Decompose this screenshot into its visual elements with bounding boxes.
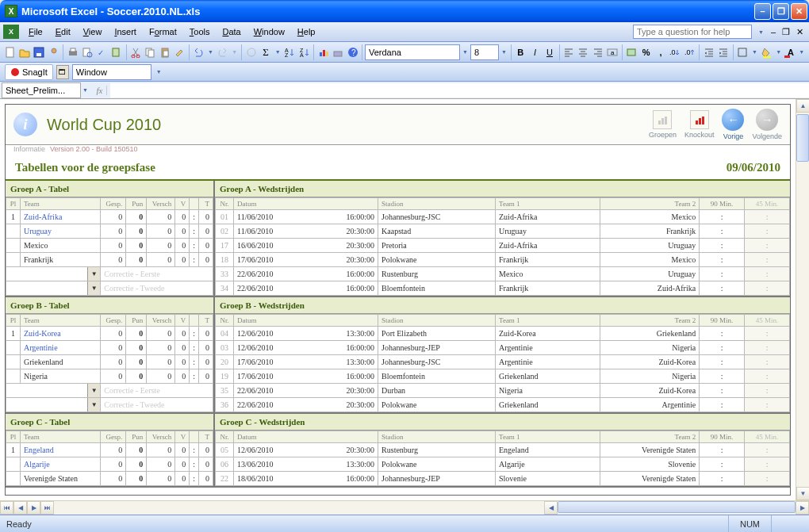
score-90[interactable]: : bbox=[700, 384, 745, 398]
permission-icon[interactable] bbox=[47, 44, 60, 61]
name-box[interactable] bbox=[2, 82, 81, 98]
font-color-icon[interactable]: A bbox=[784, 44, 797, 61]
score-90[interactable]: : bbox=[700, 267, 745, 281]
menu-data[interactable]: Data bbox=[216, 25, 247, 39]
score-45[interactable]: : bbox=[745, 281, 790, 296]
score-45[interactable]: : bbox=[745, 457, 790, 472]
chevron-down-icon[interactable]: ▼ bbox=[87, 267, 100, 281]
score-90[interactable]: : bbox=[700, 224, 745, 239]
chart-wizard-icon[interactable] bbox=[316, 44, 330, 61]
research-icon[interactable] bbox=[109, 44, 123, 61]
score-90[interactable]: : bbox=[700, 369, 745, 384]
volgende-button[interactable]: → Volgende bbox=[752, 109, 782, 140]
spelling-icon[interactable]: ✓ bbox=[95, 44, 109, 61]
underline-icon[interactable]: U bbox=[543, 44, 556, 61]
menu-help[interactable]: Help bbox=[291, 25, 322, 39]
tab-first-icon[interactable]: ⏮ bbox=[0, 501, 13, 515]
scroll-left-icon[interactable]: ◀ bbox=[544, 501, 558, 515]
borders-dropdown-icon[interactable]: ▼ bbox=[750, 49, 759, 55]
doc-minimize-button[interactable]: – bbox=[769, 27, 778, 37]
score-90[interactable]: : bbox=[700, 355, 745, 369]
score-90[interactable]: : bbox=[700, 210, 745, 224]
score-90[interactable]: : bbox=[700, 472, 745, 486]
print-preview-icon[interactable] bbox=[81, 44, 94, 61]
scroll-thumb[interactable] bbox=[796, 114, 809, 162]
score-45[interactable]: : bbox=[745, 472, 790, 486]
score-45[interactable]: : bbox=[745, 443, 790, 457]
redo-icon[interactable] bbox=[216, 44, 229, 61]
fill-color-icon[interactable] bbox=[760, 44, 773, 61]
scroll-down-icon[interactable]: ▼ bbox=[796, 487, 809, 500]
font-family-select[interactable] bbox=[365, 44, 460, 60]
help-dropdown-icon[interactable]: ▼ bbox=[757, 29, 765, 35]
score-45[interactable]: : bbox=[745, 267, 790, 281]
sort-asc-icon[interactable]: AZ bbox=[283, 44, 297, 61]
snagit-button[interactable]: SnagIt bbox=[5, 64, 53, 80]
correction-dropdown-2[interactable]: ▼ bbox=[6, 281, 101, 296]
chevron-down-icon[interactable]: ▼ bbox=[87, 281, 100, 295]
score-45[interactable]: : bbox=[745, 224, 790, 239]
doc-close-button[interactable]: ✕ bbox=[794, 27, 806, 37]
formula-input[interactable] bbox=[110, 83, 809, 98]
menu-tools[interactable]: Tools bbox=[183, 25, 217, 39]
font-dropdown-icon[interactable]: ▼ bbox=[461, 49, 470, 55]
menu-insert[interactable]: Insert bbox=[108, 25, 143, 39]
hyperlink-icon[interactable] bbox=[244, 44, 258, 61]
menu-view[interactable]: View bbox=[77, 25, 109, 39]
score-90[interactable]: : bbox=[700, 443, 745, 457]
font-size-select[interactable] bbox=[470, 44, 499, 60]
score-90[interactable]: : bbox=[700, 327, 745, 341]
autosum-dropdown-icon[interactable]: ▼ bbox=[274, 49, 282, 55]
groepen-button[interactable]: Groepen bbox=[649, 110, 677, 139]
score-45[interactable]: : bbox=[745, 398, 790, 412]
doc-restore-button[interactable]: ❐ bbox=[780, 27, 792, 37]
snagit-window-select[interactable] bbox=[72, 64, 151, 80]
score-45[interactable]: : bbox=[745, 355, 790, 369]
help-question-input[interactable] bbox=[633, 25, 752, 39]
team-cell[interactable]: Engeland bbox=[21, 443, 101, 457]
menu-window[interactable]: Window bbox=[247, 25, 291, 39]
chevron-down-icon[interactable]: ▼ bbox=[87, 384, 100, 397]
comma-icon[interactable]: , bbox=[654, 44, 667, 61]
redo-dropdown-icon[interactable]: ▼ bbox=[230, 49, 239, 55]
team-cell[interactable]: Argentinie bbox=[21, 341, 101, 355]
fill-dropdown-icon[interactable]: ▼ bbox=[774, 49, 783, 55]
print-icon[interactable] bbox=[66, 44, 79, 61]
save-icon[interactable] bbox=[33, 44, 46, 61]
score-45[interactable]: : bbox=[745, 253, 790, 267]
currency-icon[interactable] bbox=[625, 44, 638, 61]
undo-dropdown-icon[interactable]: ▼ bbox=[206, 49, 215, 55]
team-cell[interactable]: Uruguay bbox=[21, 224, 101, 239]
team-cell[interactable]: Griekenland bbox=[21, 355, 101, 369]
scroll-up-icon[interactable]: ▲ bbox=[796, 99, 809, 113]
fontcolor-dropdown-icon[interactable]: ▼ bbox=[797, 49, 806, 55]
team-cell[interactable]: Zuid-Afrika bbox=[21, 210, 101, 224]
autosum-icon[interactable]: Σ bbox=[259, 44, 272, 61]
horizontal-scrollbar[interactable]: ⏮ ◀ ▶ ⏭ ◀ ▶ bbox=[0, 500, 809, 515]
tab-next-icon[interactable]: ▶ bbox=[27, 501, 40, 515]
score-90[interactable]: : bbox=[700, 457, 745, 472]
open-file-icon[interactable] bbox=[17, 44, 31, 61]
correction-dropdown-2[interactable]: ▼ bbox=[6, 398, 101, 412]
bold-icon[interactable]: B bbox=[514, 44, 527, 61]
menu-edit[interactable]: Edit bbox=[49, 25, 77, 39]
size-dropdown-icon[interactable]: ▼ bbox=[500, 49, 508, 55]
score-90[interactable]: : bbox=[700, 281, 745, 296]
team-cell[interactable]: Nigeria bbox=[21, 369, 101, 384]
score-90[interactable]: : bbox=[700, 341, 745, 355]
score-90[interactable]: : bbox=[700, 239, 745, 253]
score-45[interactable]: : bbox=[745, 210, 790, 224]
scroll-right-icon[interactable]: ▶ bbox=[796, 501, 809, 515]
format-painter-icon[interactable] bbox=[172, 44, 186, 61]
align-right-icon[interactable] bbox=[591, 44, 604, 61]
vertical-scrollbar[interactable]: ▲ ▼ bbox=[796, 99, 809, 500]
score-45[interactable]: : bbox=[745, 327, 790, 341]
help-icon[interactable]: ? bbox=[346, 44, 359, 61]
score-90[interactable]: : bbox=[700, 398, 745, 412]
chevron-down-icon[interactable]: ▼ bbox=[87, 398, 100, 411]
tab-last-icon[interactable]: ⏭ bbox=[40, 501, 54, 515]
hscroll-thumb[interactable] bbox=[558, 501, 796, 513]
namebox-dropdown-icon[interactable]: ▼ bbox=[81, 87, 90, 93]
paste-icon[interactable] bbox=[158, 44, 171, 61]
menu-file[interactable]: File bbox=[22, 25, 49, 39]
